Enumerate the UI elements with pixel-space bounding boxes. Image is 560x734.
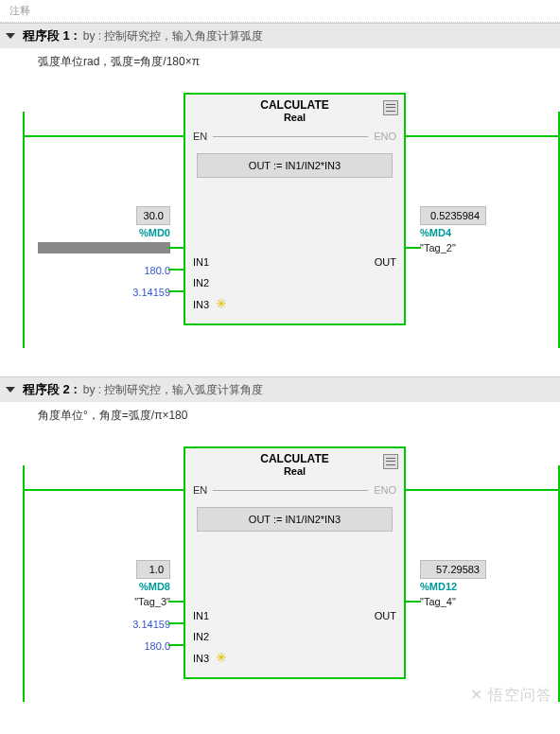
in1-address: %MD8: [134, 579, 170, 594]
collapse-arrow-icon[interactable]: [6, 387, 15, 393]
pin-in1: IN1: [193, 256, 209, 268]
pin-out: OUT: [375, 610, 396, 621]
pin-in3: IN3 ✳: [193, 650, 227, 665]
segment-header-2[interactable]: 程序段 2 : by : 控制研究控，输入弧度计算角度: [0, 376, 560, 402]
in3-const[interactable]: 3.14159: [132, 285, 170, 300]
power-rail-left: [23, 112, 25, 348]
pin-in3-label: IN3: [193, 653, 209, 664]
in1-address: %MD0: [134, 225, 170, 240]
out-value: 0.5235984: [420, 206, 486, 225]
en-eno-row: EN ENO: [185, 129, 404, 144]
out-tag-name: "Tag_2": [420, 240, 486, 255]
pin-out: OUT: [375, 256, 396, 268]
calculate-block[interactable]: CALCULATE Real EN ENO OUT := IN1/IN2*IN3…: [184, 93, 406, 325]
segment-byline: by : 控制研究控，输入角度计算弧度: [83, 28, 264, 44]
pin-row-in3: IN3 ✳: [185, 647, 404, 668]
expression-box[interactable]: OUT := IN1/IN2*IN3: [197, 507, 393, 532]
in1-tag-stack[interactable]: 1.0 %MD8 "Tag_3": [134, 560, 170, 609]
pin-row-in1-out: IN1 OUT: [185, 252, 404, 272]
watermark: ✕ 悟空问答: [470, 686, 552, 706]
block-title-text: CALCULATE: [260, 98, 328, 112]
en-divider: [213, 490, 368, 491]
pin-in3-label: IN3: [193, 299, 209, 310]
in2-wire: [168, 622, 184, 624]
eno-wire: [405, 489, 560, 491]
network-segment-1: 程序段 1 : by : 控制研究控，输入角度计算弧度 弧度单位rad，弧度=角…: [0, 23, 560, 358]
calculator-icon[interactable]: [383, 100, 398, 115]
out-tag-stack[interactable]: 0.5235984 %MD4 "Tag_2": [420, 206, 486, 255]
in2-value: 3.14159: [132, 617, 170, 632]
in2-wire: [168, 269, 184, 271]
in1-wire: [168, 247, 184, 249]
in2-const[interactable]: 3.14159: [132, 617, 170, 632]
pin-in3: IN3 ✳: [193, 296, 227, 311]
in3-const[interactable]: 180.0: [144, 638, 170, 654]
in1-selection-highlight: [38, 242, 170, 253]
segment-description: 弧度单位rad，弧度=角度/180×π: [0, 48, 560, 83]
pins-area: IN1 OUT IN2 IN3 ✳: [185, 541, 404, 677]
out-wire: [406, 601, 421, 603]
expression-box[interactable]: OUT := IN1/IN2*IN3: [197, 153, 393, 178]
out-tag-name: "Tag_4": [420, 594, 486, 609]
network-segment-2: 程序段 2 : by : 控制研究控，输入弧度计算角度 角度单位°，角度=弧度/…: [0, 376, 560, 711]
segment-title: 程序段 2 :: [23, 381, 78, 398]
eno-wire: [405, 135, 560, 137]
in1-tag-name: "Tag_3": [134, 594, 170, 609]
pin-row-in3: IN3 ✳: [185, 293, 404, 314]
star-icon: ✳: [216, 296, 227, 311]
pin-row-in2: IN2: [185, 272, 404, 293]
in3-value: 3.14159: [132, 285, 170, 300]
out-address: %MD4: [420, 225, 486, 240]
in1-value: 30.0: [136, 206, 170, 225]
calculate-block[interactable]: CALCULATE Real EN ENO OUT := IN1/IN2*IN3…: [184, 446, 406, 679]
power-rail-left: [23, 465, 25, 702]
block-datatype: Real: [185, 465, 404, 482]
eno-label: ENO: [374, 131, 396, 142]
pins-area: IN1 OUT IN2 IN3 ✳: [185, 187, 404, 323]
out-tag-stack[interactable]: 57.29583 %MD12 "Tag_4": [420, 560, 486, 609]
pin-in2: IN2: [193, 631, 209, 642]
en-wire: [23, 135, 184, 137]
en-label: EN: [193, 131, 207, 142]
block-title: CALCULATE: [185, 95, 404, 112]
out-value: 57.29583: [420, 560, 486, 579]
in2-const[interactable]: 180.0: [144, 263, 170, 278]
segment-title: 程序段 1 :: [23, 27, 78, 44]
eno-label: ENO: [374, 484, 396, 496]
out-address: %MD12: [420, 579, 486, 594]
en-label: EN: [193, 484, 207, 496]
pin-in1: IN1: [193, 610, 209, 621]
star-icon: ✳: [216, 650, 227, 665]
en-divider: [213, 136, 368, 137]
pin-row-in2: IN2: [185, 626, 404, 647]
in1-wire: [168, 601, 184, 603]
in3-value: 180.0: [144, 638, 170, 654]
ladder-network-2: CALCULATE Real EN ENO OUT := IN1/IN2*IN3…: [0, 437, 560, 711]
en-wire: [23, 489, 184, 491]
comment-label: 注释: [0, 0, 560, 23]
calculator-icon[interactable]: [383, 454, 398, 469]
in3-wire: [168, 290, 184, 292]
in3-wire: [168, 644, 184, 646]
collapse-arrow-icon[interactable]: [6, 33, 15, 39]
block-title: CALCULATE: [185, 448, 404, 465]
in2-value: 180.0: [144, 263, 170, 278]
segment-description: 角度单位°，角度=弧度/π×180: [0, 402, 560, 437]
block-title-text: CALCULATE: [260, 452, 328, 465]
ladder-network-1: CALCULATE Real EN ENO OUT := IN1/IN2*IN3…: [0, 83, 560, 358]
pin-in2: IN2: [193, 277, 209, 288]
segment-byline: by : 控制研究控，输入弧度计算角度: [83, 382, 264, 398]
block-datatype: Real: [185, 112, 404, 129]
in1-value: 1.0: [136, 560, 170, 579]
en-eno-row: EN ENO: [185, 482, 404, 498]
segment-header-1[interactable]: 程序段 1 : by : 控制研究控，输入角度计算弧度: [0, 23, 560, 48]
out-wire: [406, 247, 421, 249]
pin-row-in1-out: IN1 OUT: [185, 605, 404, 626]
